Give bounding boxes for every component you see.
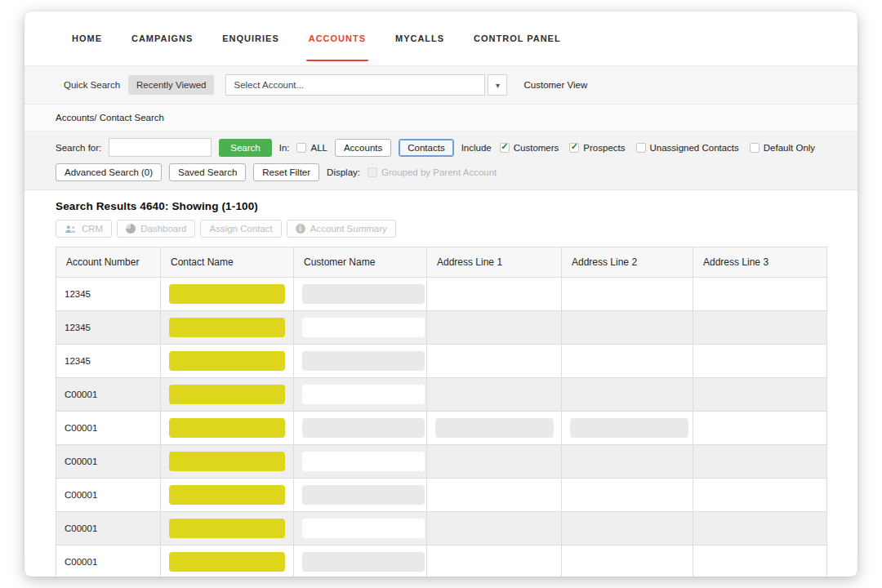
- customer-name-cell: [294, 546, 427, 577]
- checkbox-box: ✓: [500, 143, 510, 153]
- nav-item-enquiries[interactable]: ENQUIRIES: [222, 11, 278, 65]
- table-row[interactable]: C00001: [56, 378, 827, 412]
- address-line-3-cell: [693, 546, 827, 577]
- include-checkbox-customers[interactable]: ✓ Customers: [500, 143, 559, 153]
- include-checkbox-unassigned-contacts[interactable]: ✓ Unassigned Contacts: [636, 143, 739, 153]
- customer-name-redacted: [302, 318, 425, 337]
- nav-item-home[interactable]: HOME: [72, 11, 102, 65]
- search-for-label: Search for:: [56, 143, 101, 153]
- address-line-2-cell: [562, 512, 693, 546]
- nav-item-campaigns[interactable]: CAMPAIGNS: [131, 11, 193, 65]
- account-number-cell: C00001: [56, 378, 161, 412]
- filter-panel: Search for: Search In: ✓ ALL Accounts Co…: [24, 131, 858, 190]
- all-checkbox[interactable]: ✓ ALL: [296, 143, 327, 153]
- filter-row-1: Search for: Search In: ✓ ALL Accounts Co…: [56, 138, 833, 157]
- address-redacted: [435, 418, 554, 438]
- check-icon: ✓: [501, 142, 508, 151]
- checkbox-box: ✓: [296, 143, 306, 153]
- column-header: Address Line 2: [562, 247, 693, 278]
- contacts-toggle-button[interactable]: Contacts: [399, 139, 453, 157]
- nav-item-label: MYCALLS: [395, 33, 444, 43]
- table-row[interactable]: C00001: [56, 412, 827, 445]
- address-line-1-cell: [427, 378, 562, 412]
- address-line-2-cell: [562, 378, 693, 412]
- nav-item-accounts[interactable]: ACCOUNTS: [309, 11, 366, 65]
- account-number: 12345: [65, 323, 91, 332]
- customer-name-redacted: [302, 284, 425, 304]
- in-label: In:: [279, 143, 290, 153]
- customer-name-redacted: [302, 485, 425, 505]
- account-number: 12345: [65, 356, 91, 366]
- account-summary-button[interactable]: i Account Summary: [287, 220, 396, 238]
- table-row[interactable]: C00001: [56, 479, 827, 512]
- checkbox-box: ✓: [368, 167, 377, 177]
- customer-name-cell: [294, 445, 427, 479]
- address-line-1-cell: [427, 278, 562, 311]
- include-checkbox-prospects[interactable]: ✓ Prospects: [569, 143, 625, 153]
- nav-item-control-panel[interactable]: CONTROL PANEL: [474, 11, 561, 65]
- customer-name-cell: [294, 412, 427, 445]
- all-checkbox-label: ALL: [310, 143, 327, 153]
- account-number-cell: C00001: [56, 512, 161, 546]
- table-header-row: Account NumberContact NameCustomer NameA…: [56, 247, 827, 278]
- address-line-3-cell: [693, 479, 827, 512]
- account-select-value[interactable]: Select Account...: [225, 74, 485, 96]
- account-number: C00001: [65, 390, 97, 399]
- table-row[interactable]: 12345: [56, 278, 827, 311]
- customer-name-redacted: [302, 452, 425, 471]
- account-number-cell: C00001: [56, 412, 161, 445]
- customer-name-cell: [294, 378, 427, 412]
- crm-button[interactable]: CRM: [56, 220, 112, 238]
- assign-contact-button[interactable]: Assign Contact: [200, 220, 281, 238]
- reset-filter-button[interactable]: Reset Filter: [253, 163, 319, 181]
- account-number-cell: C00001: [56, 546, 161, 577]
- dashboard-button-label: Dashboard: [140, 224, 186, 234]
- nav-item-label: CONTROL PANEL: [474, 33, 561, 43]
- address-line-3-cell: [693, 412, 827, 445]
- advanced-search-button[interactable]: Advanced Search (0): [56, 163, 162, 181]
- account-number: C00001: [65, 457, 97, 466]
- contact-name-redacted: [169, 318, 285, 337]
- address-line-1-cell: [427, 512, 562, 546]
- recently-viewed-tab[interactable]: Recently Viewed: [128, 75, 214, 95]
- address-line-3-cell: [693, 278, 827, 311]
- dashboard-button[interactable]: Dashboard: [117, 220, 195, 238]
- section-title: Accounts/ Contact Search: [24, 105, 858, 131]
- search-button[interactable]: Search: [219, 139, 271, 157]
- saved-search-button[interactable]: Saved Search: [169, 163, 246, 181]
- include-options: ✓ Customers ✓ Prospects ✓ Unassigned Con…: [500, 143, 815, 153]
- address-redacted: [570, 418, 688, 438]
- column-header: Account Number: [56, 247, 161, 278]
- address-line-2-cell: [562, 445, 693, 479]
- customer-name-cell: [294, 512, 427, 546]
- contact-name-redacted: [169, 284, 285, 304]
- include-checkbox-default-only[interactable]: ✓ Default Only: [750, 143, 815, 153]
- contact-name-redacted: [169, 552, 285, 572]
- table-row[interactable]: 12345: [56, 311, 827, 345]
- table-row[interactable]: C00001: [56, 512, 827, 546]
- search-input[interactable]: [109, 138, 212, 157]
- account-number-cell: 12345: [56, 311, 161, 345]
- account-select-dropdown-button[interactable]: ▾: [488, 74, 507, 96]
- address-line-2-cell: [562, 311, 693, 345]
- contact-name-cell: [161, 345, 294, 378]
- table-row[interactable]: 12345: [56, 345, 827, 378]
- chevron-down-icon: ▾: [496, 81, 500, 90]
- account-number-cell: 12345: [56, 278, 161, 311]
- address-line-1-cell: [427, 345, 562, 378]
- quick-search-tab[interactable]: Quick Search: [56, 75, 128, 95]
- table-row[interactable]: C00001: [56, 546, 827, 577]
- account-number-cell: C00001: [56, 479, 161, 512]
- top-nav: HOME CAMPAIGNS ENQUIRIES ACCOUNTS MYCALL…: [24, 11, 858, 66]
- crm-button-label: CRM: [82, 224, 103, 234]
- address-line-3-cell: [693, 378, 827, 412]
- account-number: C00001: [65, 523, 97, 533]
- nav-item-mycalls[interactable]: MYCALLS: [395, 11, 444, 65]
- table-row[interactable]: C00001: [56, 445, 827, 479]
- accounts-toggle-button[interactable]: Accounts: [335, 139, 391, 157]
- customer-name-cell: [294, 345, 427, 378]
- address-line-1-cell: [427, 546, 562, 577]
- contact-name-redacted: [169, 452, 285, 471]
- account-number-cell: 12345: [56, 345, 161, 378]
- account-select: Select Account... ▾: [225, 74, 507, 96]
